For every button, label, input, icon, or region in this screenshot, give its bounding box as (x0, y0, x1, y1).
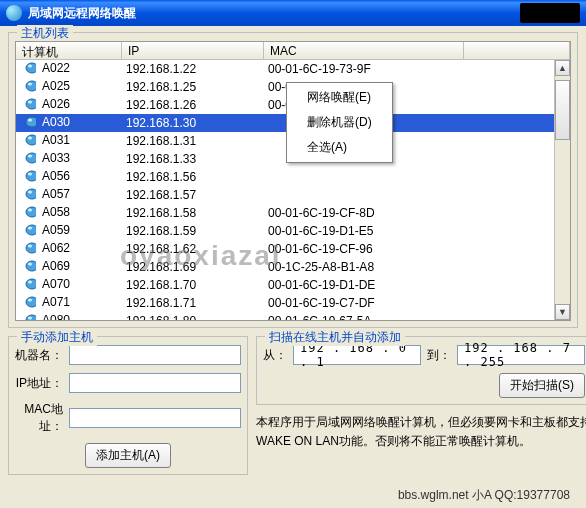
menu-delete[interactable]: 删除机器(D) (289, 110, 390, 135)
svg-point-15 (28, 190, 32, 193)
svg-point-5 (28, 100, 32, 103)
cell-name: A062 (38, 241, 70, 255)
scan-group: 扫描在线主机并自动添加 从： 192 . 168 . 0 . 1 到： 192 … (256, 336, 586, 405)
machine-name-label: 机器名： (15, 347, 69, 364)
computer-icon (20, 187, 36, 201)
svg-point-25 (28, 280, 32, 283)
cell-ip: 192.168.1.26 (122, 98, 264, 112)
add-host-button[interactable]: 添加主机(A) (85, 443, 171, 468)
col-ip[interactable]: IP (122, 42, 264, 59)
cell-name: A080 (38, 313, 70, 322)
cell-name: A025 (38, 79, 70, 93)
svg-point-27 (28, 298, 32, 301)
computer-icon (20, 259, 36, 273)
computer-icon (20, 223, 36, 237)
scroll-thumb[interactable] (555, 80, 570, 140)
table-row[interactable]: A059192.168.1.5900-01-6C-19-D1-E5 (16, 222, 570, 240)
svg-point-3 (28, 82, 32, 85)
table-row[interactable]: A022192.168.1.2200-01-6C-19-73-9F (16, 60, 570, 78)
cell-name: A030 (38, 115, 70, 129)
computer-icon (20, 61, 36, 75)
computer-icon (20, 79, 36, 93)
from-label: 从： (263, 347, 287, 364)
menu-selectall[interactable]: 全选(A) (289, 135, 390, 160)
table-row[interactable]: A080192.168.1.8000-01-6C-19-67-5A (16, 312, 570, 321)
menu-wake[interactable]: 网络唤醒(E) (289, 85, 390, 110)
col-spacer (464, 42, 570, 59)
computer-icon (20, 277, 36, 291)
cell-ip: 192.168.1.25 (122, 80, 264, 94)
cell-mac: 00-1C-25-A8-B1-A8 (264, 260, 464, 274)
cell-ip: 192.168.1.57 (122, 188, 264, 202)
svg-point-19 (28, 226, 32, 229)
from-ip-input[interactable]: 192 . 168 . 0 . 1 (293, 345, 421, 365)
window-controls[interactable] (520, 3, 580, 23)
cell-name: A071 (38, 295, 70, 309)
table-row[interactable]: A062192.168.1.6200-01-6C-19-CF-96 (16, 240, 570, 258)
col-computer[interactable]: 计算机 (16, 42, 122, 59)
table-row[interactable]: A058192.168.1.5800-01-6C-19-CF-8D (16, 204, 570, 222)
scan-title: 扫描在线主机并自动添加 (265, 329, 405, 346)
svg-point-10 (26, 153, 36, 163)
svg-point-7 (28, 118, 32, 121)
cell-name: A057 (38, 187, 70, 201)
cell-ip: 192.168.1.30 (122, 116, 264, 130)
computer-icon (20, 241, 36, 255)
svg-point-21 (28, 244, 32, 247)
cell-mac: 00-01-6C-19-CF-96 (264, 242, 464, 256)
machine-name-input[interactable] (69, 345, 241, 365)
scroll-up-button[interactable]: ▲ (555, 60, 570, 76)
svg-point-18 (26, 225, 36, 235)
svg-point-20 (26, 243, 36, 253)
cell-mac: 00-01-6C-19-D1-E5 (264, 224, 464, 238)
cell-ip: 192.168.1.56 (122, 170, 264, 184)
window-title: 局域网远程网络唤醒 (28, 5, 136, 22)
computer-icon (20, 205, 36, 219)
start-scan-button[interactable]: 开始扫描(S) (499, 373, 585, 398)
scroll-down-button[interactable]: ▼ (555, 304, 570, 320)
computer-icon (20, 151, 36, 165)
hostlist-group: 主机列表 计算机 IP MAC A022192.168.1.2200-01-6C… (8, 32, 578, 328)
cell-name: A069 (38, 259, 70, 273)
cell-name: A033 (38, 151, 70, 165)
mac-input[interactable] (69, 408, 241, 428)
svg-point-23 (28, 262, 32, 265)
col-mac[interactable]: MAC (264, 42, 464, 59)
computer-icon (20, 313, 36, 322)
column-headers[interactable]: 计算机 IP MAC (16, 42, 570, 60)
info-text: 本程序用于局域网网络唤醒计算机，但必须要网卡和主板都支持WAKE ON LAN功… (256, 413, 586, 451)
svg-point-16 (26, 207, 36, 217)
table-row[interactable]: A070192.168.1.7000-01-6C-19-D1-DE (16, 276, 570, 294)
cell-ip: 192.168.1.69 (122, 260, 264, 274)
computer-icon (20, 295, 36, 309)
svg-point-6 (26, 117, 36, 127)
svg-point-26 (26, 297, 36, 307)
cell-ip: 192.168.1.58 (122, 206, 264, 220)
cell-name: A070 (38, 277, 70, 291)
cell-ip: 192.168.1.62 (122, 242, 264, 256)
table-row[interactable]: A071192.168.1.7100-01-6C-19-C7-DF (16, 294, 570, 312)
cell-mac: 00-01-6C-19-CF-8D (264, 206, 464, 220)
cell-mac: 00-01-6C-19-67-5A (264, 314, 464, 321)
cell-name: A026 (38, 97, 70, 111)
svg-point-0 (26, 63, 36, 73)
svg-point-22 (26, 261, 36, 271)
cell-name: A056 (38, 169, 70, 183)
cell-mac: 00-01-6C-19-D1-DE (264, 278, 464, 292)
table-row[interactable]: A069192.168.1.6900-1C-25-A8-B1-A8 (16, 258, 570, 276)
computer-icon (20, 97, 36, 111)
app-icon (6, 5, 22, 21)
ip-input[interactable] (69, 373, 241, 393)
table-row[interactable]: A057192.168.1.57 (16, 186, 570, 204)
table-row[interactable]: A056192.168.1.56 (16, 168, 570, 186)
window-titlebar[interactable]: 局域网远程网络唤醒 (0, 0, 586, 26)
computer-icon (20, 115, 36, 129)
cell-ip: 192.168.1.31 (122, 134, 264, 148)
cell-ip: 192.168.1.59 (122, 224, 264, 238)
host-listview[interactable]: 计算机 IP MAC A022192.168.1.2200-01-6C-19-7… (15, 41, 571, 321)
vertical-scrollbar[interactable]: ▲ ▼ (554, 60, 570, 320)
to-ip-input[interactable]: 192 . 168 . 7 . 255 (457, 345, 585, 365)
mac-label: MAC地址： (15, 401, 69, 435)
cell-ip: 192.168.1.80 (122, 314, 264, 321)
svg-point-11 (28, 154, 32, 157)
